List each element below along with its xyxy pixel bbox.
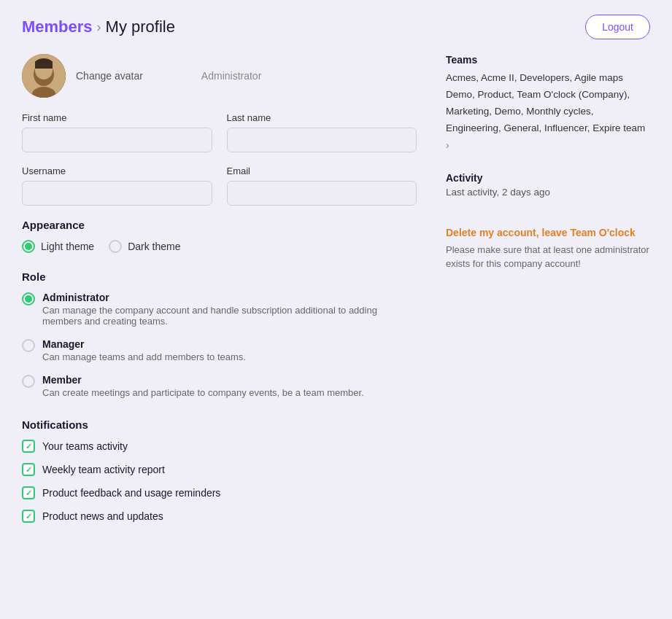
theme-options: Light theme Dark theme: [22, 240, 417, 253]
breadcrumb-separator: ›: [97, 20, 101, 35]
administrator-radio[interactable]: [22, 292, 35, 305]
checkmark-0: ✓: [26, 442, 32, 451]
role-display-text: Administrator: [201, 70, 261, 82]
notif-item-2: ✓ Product feedback and usage reminders: [22, 486, 417, 499]
avatar-svg: [22, 54, 66, 98]
notif-label-3: Product news and updates: [42, 510, 163, 522]
left-panel: Change avatar Administrator First name L…: [22, 54, 417, 533]
checkmark-2: ✓: [26, 488, 32, 498]
administrator-info: Administrator Can manage the company acc…: [42, 292, 417, 327]
notifications-title: Notifications: [22, 418, 417, 431]
administrator-name: Administrator: [42, 292, 417, 303]
notif-item-3: ✓ Product news and updates: [22, 510, 417, 523]
teams-section: Teams Acmes, Acme II, Developers, Agile …: [446, 54, 650, 155]
notif-item-0: ✓ Your teams activity: [22, 440, 417, 453]
email-input[interactable]: [227, 181, 417, 206]
notif-label-2: Product feedback and usage reminders: [42, 487, 220, 499]
email-label: Email: [227, 166, 417, 176]
delete-account-link[interactable]: Delete my account, leave Team O'clock: [446, 227, 650, 238]
role-option-member: Member Can create meetings and participa…: [22, 374, 417, 398]
header: Members › My profile Logout: [0, 0, 672, 47]
notif-checkbox-0[interactable]: ✓: [22, 440, 35, 453]
change-avatar-link[interactable]: Change avatar: [76, 70, 143, 82]
username-input[interactable]: [22, 181, 212, 206]
appearance-section: Appearance Light theme Dark theme: [22, 219, 417, 253]
teams-list: Acmes, Acme II, Developers, Agile maps D…: [446, 70, 650, 155]
name-fields-row: First name Last name: [22, 112, 417, 152]
administrator-desc: Can manage the company account and handl…: [42, 305, 417, 327]
role-section: Role Administrator Can manage the compan…: [22, 270, 417, 398]
member-radio[interactable]: [22, 375, 35, 388]
dark-theme-radio[interactable]: [109, 240, 122, 253]
light-theme-radio[interactable]: [22, 240, 35, 253]
last-name-input[interactable]: [227, 128, 417, 152]
manager-radio[interactable]: [22, 339, 35, 352]
manager-info: Manager Can manage teams and add members…: [42, 338, 246, 362]
avatar: [22, 54, 66, 98]
activity-text: Last activity, 2 days ago: [446, 187, 650, 198]
notif-label-0: Your teams activity: [42, 440, 128, 452]
activity-section: Activity Last activity, 2 days ago: [446, 172, 650, 198]
manager-desc: Can manage teams and add members to team…: [42, 351, 246, 362]
dark-theme-label: Dark theme: [128, 241, 180, 252]
delete-section: Delete my account, leave Team O'clock Pl…: [446, 227, 650, 271]
notifications-section: Notifications ✓ Your teams activity ✓ We…: [22, 418, 417, 523]
logout-button[interactable]: Logout: [585, 15, 650, 39]
username-email-row: Username Email: [22, 166, 417, 206]
right-panel: Teams Acmes, Acme II, Developers, Agile …: [446, 54, 650, 533]
role-option-manager: Manager Can manage teams and add members…: [22, 338, 417, 362]
appearance-title: Appearance: [22, 219, 417, 231]
notif-item-1: ✓ Weekly team activity report: [22, 463, 417, 476]
light-theme-label: Light theme: [41, 241, 94, 252]
teams-more-chevron[interactable]: ›: [446, 139, 449, 151]
delete-account-desc: Please make sure that at least one admin…: [446, 243, 650, 271]
teams-list-text: Acmes, Acme II, Developers, Agile maps D…: [446, 72, 645, 133]
first-name-label: First name: [22, 112, 212, 123]
member-desc: Can create meetings and participate to c…: [42, 387, 364, 398]
dark-theme-option[interactable]: Dark theme: [109, 240, 180, 253]
notif-label-1: Weekly team activity report: [42, 464, 165, 475]
notif-checkbox-1[interactable]: ✓: [22, 463, 35, 476]
main-content: Change avatar Administrator First name L…: [0, 47, 672, 555]
svg-rect-4: [35, 61, 53, 69]
avatar-row: Change avatar Administrator: [22, 54, 417, 98]
notif-checkbox-3[interactable]: ✓: [22, 510, 35, 523]
first-name-input[interactable]: [22, 128, 212, 152]
administrator-radio-inner: [25, 295, 32, 303]
member-info: Member Can create meetings and participa…: [42, 374, 364, 398]
username-group: Username: [22, 166, 212, 206]
activity-title: Activity: [446, 172, 650, 184]
username-label: Username: [22, 166, 212, 176]
notif-checkbox-2[interactable]: ✓: [22, 486, 35, 499]
members-link[interactable]: Members: [22, 17, 93, 36]
first-name-group: First name: [22, 112, 212, 152]
member-name: Member: [42, 374, 364, 386]
last-name-group: Last name: [227, 112, 417, 152]
role-option-administrator: Administrator Can manage the company acc…: [22, 292, 417, 327]
page-title: My profile: [106, 17, 175, 36]
role-title: Role: [22, 270, 417, 283]
light-theme-radio-inner: [25, 243, 32, 250]
manager-name: Manager: [42, 338, 246, 350]
avatar-image: [22, 54, 66, 98]
teams-title: Teams: [446, 54, 650, 66]
last-name-label: Last name: [227, 112, 417, 123]
checkmark-3: ✓: [26, 512, 32, 521]
checkmark-1: ✓: [26, 465, 32, 475]
breadcrumb: Members › My profile: [22, 17, 175, 36]
light-theme-option[interactable]: Light theme: [22, 240, 94, 253]
email-group: Email: [227, 166, 417, 206]
avatar-left: Change avatar: [22, 54, 143, 98]
